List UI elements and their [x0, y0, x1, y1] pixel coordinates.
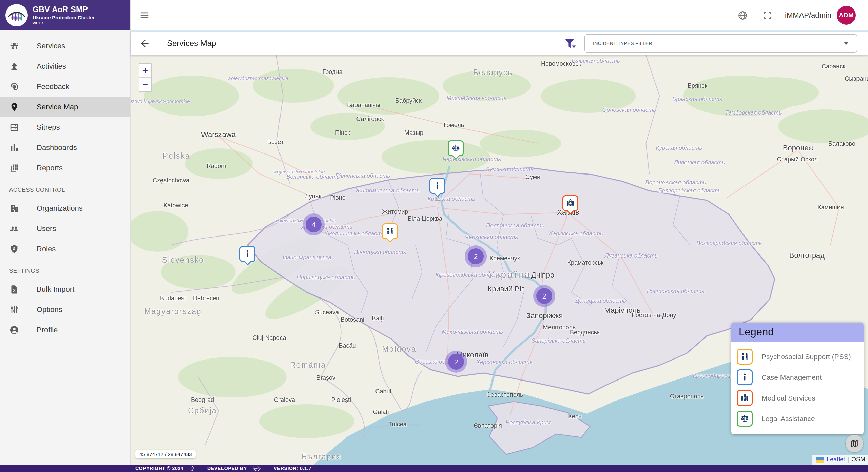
map-label: Galaţi	[373, 409, 389, 416]
legal-marker[interactable]	[448, 140, 464, 156]
map-label: województwo kujawsko-pomorskie	[131, 98, 190, 104]
sidebar-item-label: Reports	[37, 164, 63, 172]
sidebar-item-service-map[interactable]: Service Map	[0, 97, 130, 117]
map-label: Чернівецька область	[297, 274, 355, 281]
cluster-marker[interactable]: 2	[536, 288, 552, 304]
footer-version: VERSION: 0.1.7	[274, 466, 311, 471]
legend-item: Legal Assistance	[731, 408, 864, 429]
footer-developed-by: DEVELOPED BY	[207, 466, 247, 471]
ukraine-flag-icon	[816, 457, 824, 463]
hamburger-menu-icon[interactable]	[139, 10, 150, 20]
language-globe-icon[interactable]	[737, 10, 748, 21]
user-avatar[interactable]: ADM	[837, 6, 856, 25]
cluster-marker[interactable]: 4	[306, 217, 322, 232]
case-marker[interactable]	[239, 246, 255, 262]
sidebar-item-profile[interactable]: Profile	[0, 320, 130, 340]
map-label: Cluj-Napoca	[252, 334, 286, 342]
sidebar-divider	[0, 182, 130, 182]
map-label: Magyarország	[144, 307, 202, 316]
profile-icon	[9, 325, 19, 335]
sidebar-item-roles[interactable]: Roles	[0, 239, 130, 259]
filter-icon[interactable]	[563, 36, 578, 51]
footer-copyright: COPYRIGHT © 2024	[135, 466, 184, 471]
legend-title: Legend	[731, 323, 864, 342]
brand-text: GBV AoR SMP Ukraine Protection Cluster v…	[33, 5, 95, 25]
app-subtitle: Ukraine Protection Cluster	[33, 15, 95, 20]
app-title: GBV AoR SMP	[33, 5, 95, 14]
map-label: Ставрополь	[670, 393, 704, 400]
map-label: Камишин	[817, 204, 844, 211]
sidebar-item-sitreps[interactable]: Sitreps	[0, 117, 130, 138]
page-title: Services Map	[167, 39, 216, 48]
sidebar-item-users[interactable]: Users	[0, 219, 130, 239]
cluster-marker[interactable]: 2	[468, 248, 484, 264]
map-label: Debrecen	[193, 295, 219, 302]
sidebar-item-label: Roles	[37, 245, 56, 253]
legend-item: Psychosocial Support (PSS)	[731, 346, 864, 367]
map-label: Брянская область	[672, 96, 722, 103]
main-area: iMMAP/admin ADM Services Map INCIDENT TY…	[131, 0, 868, 465]
sidebar-item-label: Bulk Import	[37, 285, 74, 294]
map-label: Moldova	[382, 345, 417, 354]
sidebar-item-organizations[interactable]: Organizations	[0, 198, 130, 219]
sidebar-item-label: Feedback	[37, 82, 70, 91]
services-icon	[9, 41, 19, 51]
map-label: Ростов-на-Дону	[632, 312, 676, 319]
fullscreen-icon[interactable]	[762, 10, 773, 21]
base-layer-switcher-button[interactable]	[846, 435, 863, 452]
map-label: Херсонська область	[476, 359, 533, 366]
map-label: Краматорськ	[567, 259, 604, 266]
map-label: Бабруйск	[395, 97, 422, 104]
back-button[interactable]	[139, 38, 150, 49]
cluster-marker[interactable]: 2	[448, 354, 464, 370]
options-icon	[9, 305, 19, 315]
map-label: Гродна	[323, 68, 343, 76]
sidebar-item-dashboards[interactable]: Dashboards	[0, 138, 130, 158]
map-label: Воронежская область	[645, 179, 706, 186]
legend-body: Psychosocial Support (PSS)Case Managemen…	[731, 342, 864, 434]
sidebar-item-activities[interactable]: Activities	[0, 56, 130, 77]
map-label: Черкаська область	[465, 234, 518, 241]
map-label: Bălţi	[372, 315, 384, 322]
medical-glyph-icon	[565, 198, 575, 208]
incident-types-filter-select[interactable]: INCIDENT TYPES FILTER	[584, 34, 857, 53]
sidebar-item-label: Organizations	[37, 204, 83, 213]
zoom-in-button[interactable]: +	[139, 64, 151, 78]
sidebar-item-label: Activities	[37, 62, 66, 71]
map-label: Гомель	[444, 122, 464, 129]
map-label: Сумська область	[486, 166, 534, 173]
case-marker[interactable]	[429, 178, 445, 194]
leaflet-link[interactable]: Leaflet	[827, 456, 845, 463]
sidebar-menu: ServicesActivitiesFeedbackService MapSit…	[0, 30, 130, 465]
map-label: Suceava	[315, 309, 339, 316]
zoom-out-button[interactable]: −	[139, 78, 151, 91]
sidebar-item-options[interactable]: Options	[0, 300, 130, 320]
pss-glyph-icon	[740, 352, 750, 362]
attribution-separator: |	[847, 456, 849, 463]
sidebar-item-label: Services	[37, 42, 65, 50]
map-label: România	[290, 361, 326, 370]
map[interactable]: БеларусьСаранскСызраньГроднаНовомосковск…	[131, 55, 868, 465]
sidebar-item-label: Options	[37, 305, 62, 314]
sidebar-item-feedback[interactable]: Feedback	[0, 77, 130, 97]
pss-glyph-icon	[385, 226, 395, 236]
map-label: Брэст	[267, 139, 284, 146]
map-label: Івано-Франківська	[283, 254, 331, 261]
map-label: Craiova	[274, 396, 295, 404]
map-label: Луцьк	[305, 193, 322, 200]
osm-link[interactable]: OSM	[851, 456, 865, 463]
map-label: Дніпро	[531, 271, 554, 280]
pss-marker[interactable]	[382, 223, 398, 239]
topbar: iMMAP/admin ADM	[131, 0, 868, 30]
map-label: Біла Церква	[408, 215, 442, 222]
sidebar-item-bulk-import[interactable]: XBulk Import	[0, 279, 130, 300]
medical-marker[interactable]	[562, 195, 578, 211]
map-attribution: Leaflet | OSM	[812, 455, 868, 465]
map-label: Белгородская область	[658, 187, 721, 194]
map-label: Старый Оскол	[777, 156, 818, 163]
sidebar-item-services[interactable]: Services	[0, 36, 130, 56]
map-label: Тамбовская область	[725, 109, 782, 116]
sidebar-item-reports[interactable]: Reports	[0, 158, 130, 178]
map-label: Braşov	[316, 374, 335, 382]
sidebar-item-label: Profile	[37, 326, 58, 334]
